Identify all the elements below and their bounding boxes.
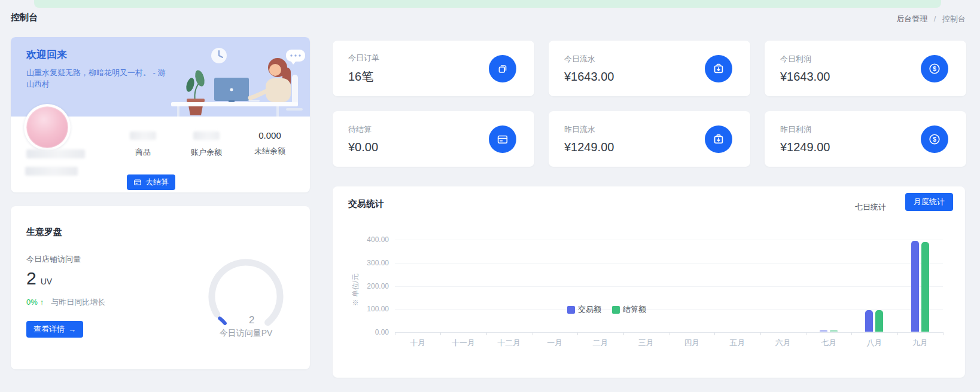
trade-stats-card: 交易统计 七日统计 月度统计 ※ 单位/元 0.00100.00200.0030…: [333, 186, 965, 378]
legend-label: 交易额: [578, 304, 601, 315]
settle-button[interactable]: 去结算: [127, 174, 175, 190]
stat-card-label: 待结算: [348, 124, 378, 135]
breadcrumb: 后台管理 / 控制台: [896, 14, 966, 24]
x-axis-label: 一月: [532, 338, 577, 348]
stat-card-today-profit: 今日利润 ¥1643.00 $: [765, 41, 966, 96]
bar-结算额-七月[interactable]: [830, 330, 838, 332]
x-axis-tick: [623, 332, 624, 335]
growth-label: 与昨日同比增长: [51, 298, 105, 307]
x-axis-label: 十二月: [486, 338, 532, 348]
plant-icon: [193, 69, 206, 88]
legend-item-交易额[interactable]: 交易额: [567, 304, 601, 315]
stat-balance-label: 账户余额: [175, 147, 238, 158]
bar-交易额-九月[interactable]: [911, 241, 919, 332]
legend-label: 结算额: [623, 304, 646, 315]
stat-unsettled-label: 未结余额: [238, 146, 302, 157]
breadcrumb-current: 控制台: [942, 14, 966, 23]
y-axis-tick-label: 200.00: [353, 282, 389, 290]
x-axis-label: 十一月: [440, 338, 486, 348]
bar-交易额-七月[interactable]: [820, 330, 827, 332]
x-axis-label: 四月: [669, 338, 714, 348]
stat-balance: 账户余额: [175, 130, 238, 158]
welcome-illustration: [159, 44, 309, 117]
welcome-hero: 欢迎回来 山重水复疑无路，柳暗花明又一村。 - 游山西村: [11, 37, 310, 117]
dollar-icon: $: [921, 125, 948, 153]
redacted-goods-value: [130, 131, 156, 140]
gauge-value: 2: [249, 314, 254, 326]
breadcrumb-root[interactable]: 后台管理: [896, 14, 927, 23]
breadcrumb-separator: /: [934, 14, 936, 23]
stat-card-label: 昨日利润: [780, 124, 830, 135]
uv-row: 2UV: [26, 268, 52, 289]
welcome-stats: 商品 账户余额 0.000 未结余额: [111, 130, 302, 158]
business-compass-card: 生意罗盘 今日店铺访问量 2UV 0%↑与昨日同比增长 查看详情→ 2 今日访问…: [11, 206, 310, 369]
growth-row: 0%↑与昨日同比增长: [26, 297, 105, 308]
x-axis-tick: [577, 332, 578, 335]
trade-chart-plot[interactable]: ※ 单位/元 0.00100.00200.00300.00400.00十月十一月…: [395, 240, 943, 332]
x-axis-tick: [760, 332, 761, 335]
view-details-label: 查看详情: [34, 324, 65, 335]
x-axis-label: 七月: [806, 338, 851, 348]
dollar-icon: $: [921, 55, 948, 82]
y-axis-tick-label: 0.00: [353, 328, 389, 336]
x-axis-label: 二月: [577, 338, 623, 348]
legend-swatch: [612, 306, 620, 314]
gauge-label: 今日访问量PV: [195, 328, 297, 339]
stat-goods-label: 商品: [111, 147, 175, 158]
x-axis-label: 六月: [760, 338, 806, 348]
gauge-needle: [220, 318, 225, 323]
stat-card-value: ¥1249.00: [564, 140, 614, 154]
x-axis-tick: [806, 332, 806, 335]
welcome-card: 欢迎回来 山重水复疑无路，柳暗花明又一村。 - 游山西村: [11, 37, 310, 192]
stat-card-value: ¥1643.00: [780, 70, 830, 84]
settle-button-label: 去结算: [145, 177, 169, 188]
x-axis-tick: [532, 332, 532, 335]
x-axis-label: 五月: [714, 338, 760, 348]
redacted-balance-value: [193, 131, 220, 140]
bank-card-icon: [489, 125, 516, 153]
gridline: [395, 263, 943, 264]
stat-unsettled: 0.000 未结余额: [238, 130, 302, 158]
tab-week-stats[interactable]: 七日统计: [855, 202, 886, 213]
notification-strip: [34, 0, 941, 8]
x-axis-label: 八月: [851, 338, 897, 348]
x-axis-tick: [714, 332, 715, 335]
avatar: [24, 104, 71, 151]
svg-text:$: $: [933, 65, 936, 72]
gridline: [395, 286, 943, 287]
x-axis-label: 三月: [623, 338, 669, 348]
x-axis-tick: [851, 332, 852, 335]
x-axis-tick: [486, 332, 487, 335]
stat-card-label: 今日流水: [564, 54, 614, 65]
x-axis-tick: [395, 332, 395, 335]
orders-icon: [489, 55, 516, 82]
avatar-image: [26, 106, 68, 148]
stat-card-label: 今日订单: [348, 53, 379, 63]
arrow-up-icon: ↑: [40, 298, 44, 307]
x-axis-label: 九月: [897, 338, 943, 348]
uv-value: 2: [26, 268, 36, 288]
stat-card-yesterday-flow: 昨日流水 ¥1249.00: [549, 111, 750, 167]
uv-unit: UV: [41, 277, 52, 286]
stat-card-value: ¥1249.00: [780, 140, 830, 154]
flow-in-icon: [705, 55, 732, 82]
legend-item-结算额[interactable]: 结算额: [612, 304, 646, 315]
trade-chart-legend: 交易额结算额: [333, 304, 881, 315]
pv-gauge: 2 今日访问量PV: [195, 252, 297, 341]
stat-card-today-flow: 今日流水 ¥1643.00: [549, 41, 750, 96]
tab-month-stats[interactable]: 月度统计: [905, 193, 953, 211]
trade-stats-title: 交易统计: [348, 198, 384, 210]
x-axis-tick: [943, 332, 944, 335]
legend-swatch: [567, 306, 575, 314]
stat-card-value: ¥1643.00: [564, 70, 614, 84]
x-axis-tick: [897, 332, 898, 335]
welcome-title: 欢迎回来: [26, 48, 67, 62]
stat-goods: 商品: [111, 130, 175, 158]
view-details-button[interactable]: 查看详情→: [26, 321, 83, 338]
stat-card-value: ¥0.00: [348, 140, 378, 154]
stat-card-value: 16笔: [348, 69, 379, 85]
stat-card-today-orders: 今日订单 16笔: [333, 41, 534, 96]
stat-unsettled-value: 0.000: [238, 130, 302, 141]
stat-card-label: 昨日流水: [564, 124, 614, 135]
bar-结算额-九月[interactable]: [921, 242, 929, 332]
